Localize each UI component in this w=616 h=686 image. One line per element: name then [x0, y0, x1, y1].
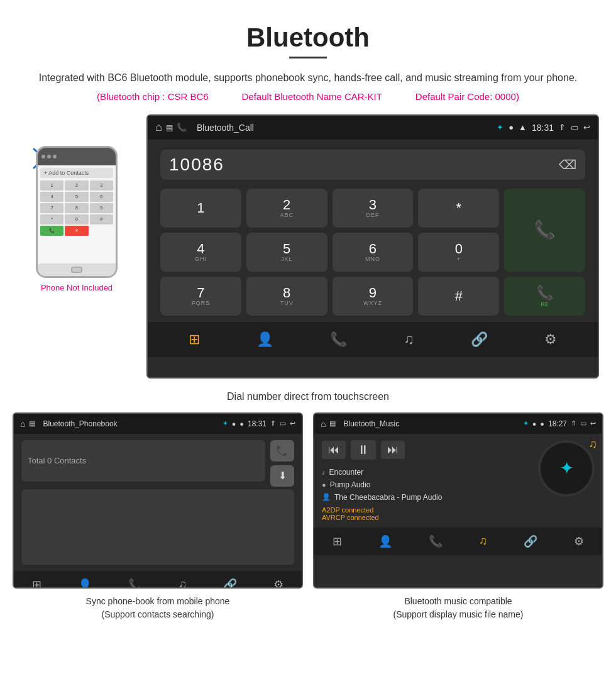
nav-contacts-icon[interactable]: 👤 [256, 331, 273, 348]
phone-add-contact: + Add to Contacts [40, 168, 113, 178]
music-win-icon[interactable]: ▭ [580, 419, 586, 428]
phone-key-9[interactable]: 9 [90, 203, 113, 213]
dial-key-4[interactable]: 4 GHI [160, 233, 241, 272]
music-next-button[interactable]: ⏭ [381, 441, 405, 459]
music-caption: Bluetooth music compatible(Support displ… [387, 589, 530, 624]
music-caption-text: Bluetooth music compatible(Support displ… [393, 596, 524, 619]
phone-key-8[interactable]: 8 [65, 203, 88, 213]
music-nav-call[interactable]: 📞 [429, 534, 443, 548]
cs-bluetooth-icon: ✦ [497, 123, 503, 132]
redial-icon: 📞 [536, 285, 553, 301]
home-icon[interactable]: ⌂ [155, 121, 162, 134]
a2dp-line: A2DP connected [322, 506, 532, 514]
music-nav-link[interactable]: 🔗 [524, 534, 537, 548]
phone-key-6[interactable]: 6 [90, 192, 113, 202]
nav-music-icon[interactable]: ♫ [404, 331, 414, 348]
phone-key-1[interactable]: 1 [40, 180, 63, 191]
cs-time: 18:31 [532, 123, 554, 133]
music-home-icon[interactable]: ⌂ [321, 419, 326, 429]
nav-link-icon[interactable]: 🔗 [471, 331, 488, 348]
nav-call-icon[interactable]: 📞 [330, 331, 347, 348]
dial-key-5[interactable]: 5 JKL [246, 233, 327, 272]
car-bottom-nav: ⊞ 👤 📞 ♫ 🔗 ⚙ [148, 322, 598, 357]
nav-dialpad-icon[interactable]: ⊞ [189, 331, 200, 348]
cs-expand-icon[interactable]: ⇑ [559, 123, 566, 132]
dial-key-3[interactable]: 3 DEF [333, 189, 414, 228]
track-3-icon: 👤 [322, 493, 331, 501]
music-nav-contacts[interactable]: 👤 [378, 534, 392, 548]
music-prev-button[interactable]: ⏮ [322, 441, 346, 459]
music-play-button[interactable]: ⏸ [351, 440, 376, 460]
music-up-icon[interactable]: ⇑ [571, 419, 576, 428]
dial-key-9[interactable]: 9 WXYZ [333, 277, 414, 316]
dial-key-8[interactable]: 8 TUV [246, 277, 327, 316]
phone-key-call[interactable]: 📞 [40, 226, 63, 236]
dial-key-answer[interactable]: 📞 [504, 189, 585, 272]
dial-key-7[interactable]: 7 PQRS [160, 277, 241, 316]
track-3-name: The Cheebacabra - Pump Audio [334, 493, 442, 502]
title-underline [289, 57, 327, 58]
pb-up-icon[interactable]: ⇑ [270, 419, 276, 428]
pb-back-icon[interactable]: ↩ [290, 419, 295, 428]
music-info: ⏮ ⏸ ⏭ ♪ Encounter ● Pump Audio 👤 [322, 440, 532, 521]
music-bottom-nav: ⊞ 👤 📞 ♫ 🔗 ⚙ [314, 528, 602, 555]
pb-action-buttons: 📞 ⬇ [270, 440, 294, 487]
pb-nav-settings[interactable]: ⚙ [273, 578, 283, 589]
pb-call-button[interactable]: 📞 [270, 440, 294, 462]
dial-key-0[interactable]: 0 + [418, 233, 499, 272]
phone-key-3[interactable]: 3 [90, 180, 113, 191]
music-nav-music[interactable]: ♫ [479, 534, 488, 548]
dial-key-redial[interactable]: 📞 RE [504, 277, 585, 316]
phone-col: + Add to Contacts 1 2 3 4 5 6 7 8 9 * 0 … [17, 114, 136, 292]
phone-key-4[interactable]: 4 [40, 192, 63, 202]
pb-nav-contacts[interactable]: 👤 [78, 578, 92, 589]
music-screen: ⌂ ▤ Bluetooth_Music ✦ ● ● 18:27 ⇑ ▭ ↩ ⏮ [313, 412, 603, 589]
music-track-2: ● Pump Audio [322, 479, 532, 491]
phone-key-star[interactable]: * [40, 214, 63, 224]
pb-topbar-icons: ✦ ● ● 18:31 ⇑ ▭ ↩ [223, 419, 295, 428]
phone-key-5[interactable]: 5 [65, 192, 88, 202]
phone-key-hash[interactable]: # [90, 214, 113, 224]
cs-window-icon[interactable]: ▭ [571, 123, 578, 132]
nav-settings-icon[interactable]: ⚙ [544, 331, 557, 348]
dial-key-1[interactable]: 1 [160, 189, 241, 228]
phone-key-2[interactable]: 2 [65, 180, 88, 191]
phone-key-0[interactable]: 0 [65, 214, 88, 224]
pb-home-icon[interactable]: ⌂ [20, 419, 25, 429]
dialer-backspace-button[interactable]: ⌫ [559, 157, 576, 172]
music-track-1: ♪ Encounter [322, 466, 532, 479]
cs-icon-doc: ▤ [166, 123, 173, 132]
dial-key-hash[interactable]: # [418, 277, 499, 316]
pb-nav-call[interactable]: 📞 [128, 578, 142, 589]
cs-signal-icon: ▲ [519, 123, 527, 132]
pb-content-area [21, 489, 294, 565]
dial-key-star[interactable]: * [418, 189, 499, 228]
phone-key-end[interactable]: ✕ [65, 226, 88, 236]
phonebook-body: Total 0 Contacts 📞 ⬇ [14, 434, 302, 571]
cs-wifi-icon: ● [509, 123, 514, 132]
pb-download-button[interactable]: ⬇ [270, 465, 294, 487]
spec-name: Default Bluetooth Name CAR-KIT [242, 91, 382, 102]
pb-nav-link[interactable]: 🔗 [223, 578, 237, 589]
cs-icon-phone: 📞 [177, 123, 187, 132]
music-doc-icon: ▤ [329, 419, 336, 428]
pb-nav-dialpad[interactable]: ⊞ [32, 578, 41, 589]
phone-home-button[interactable] [71, 267, 82, 273]
music-nav-dialpad[interactable]: ⊞ [333, 534, 342, 548]
pb-dot2: ● [239, 420, 244, 428]
music-nav-settings[interactable]: ⚙ [574, 534, 584, 548]
pb-win-icon[interactable]: ▭ [280, 419, 286, 428]
track-2-name: Pump Audio [330, 480, 371, 489]
dial-key-2[interactable]: 2 ABC [246, 189, 327, 228]
phone-image: + Add to Contacts 1 2 3 4 5 6 7 8 9 * 0 … [33, 140, 121, 278]
music-back-icon[interactable]: ↩ [590, 419, 596, 428]
phone-key-7[interactable]: 7 [40, 203, 63, 213]
pb-search-field[interactable]: Total 0 Contacts [21, 440, 265, 482]
bottom-screenshots: ⌂ ▤ Bluetooth_Phonebook ✦ ● ● 18:31 ⇑ ▭ … [0, 412, 616, 636]
dial-key-6[interactable]: 6 MNO [333, 233, 414, 272]
cs-screen-title: Bluetooth_Call [192, 123, 492, 133]
pb-nav-music[interactable]: ♫ [179, 578, 187, 589]
phone-status-dots [41, 155, 57, 158]
phone-bottom [38, 263, 116, 276]
cs-back-icon[interactable]: ↩ [583, 123, 590, 132]
